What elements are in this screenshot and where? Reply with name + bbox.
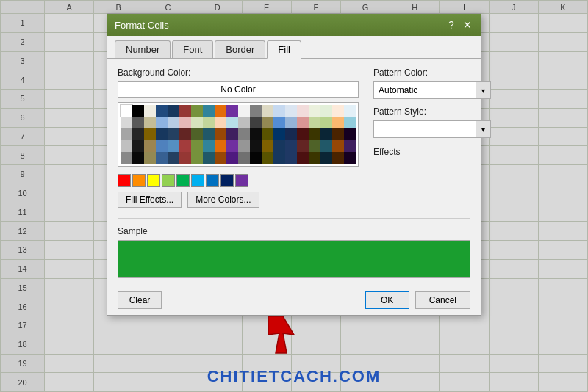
more-colors-button[interactable]: More Colors... xyxy=(187,192,259,208)
color-swatch[interactable] xyxy=(156,140,168,152)
tab-fill[interactable]: Fill xyxy=(267,40,301,59)
color-swatch[interactable] xyxy=(226,105,238,117)
color-swatch[interactable] xyxy=(168,105,179,117)
color-swatch[interactable] xyxy=(121,105,132,117)
color-swatch[interactable] xyxy=(156,152,168,164)
pattern-color-arrow[interactable]: ▾ xyxy=(476,82,490,98)
color-swatch[interactable] xyxy=(215,128,226,140)
color-swatch[interactable] xyxy=(273,152,285,164)
color-swatch[interactable] xyxy=(309,117,320,128)
color-swatch[interactable] xyxy=(121,128,132,140)
color-swatch[interactable] xyxy=(285,152,297,164)
color-swatch[interactable] xyxy=(344,128,356,140)
color-swatch[interactable] xyxy=(121,140,132,152)
color-swatch[interactable] xyxy=(203,152,215,164)
color-swatch[interactable] xyxy=(273,105,285,117)
color-swatch[interactable] xyxy=(262,128,273,140)
color-swatch[interactable] xyxy=(144,128,156,140)
color-swatch[interactable] xyxy=(309,105,320,117)
bright-color-swatch[interactable] xyxy=(206,174,219,187)
color-swatch[interactable] xyxy=(285,117,297,128)
color-swatch[interactable] xyxy=(215,152,226,164)
color-swatch[interactable] xyxy=(179,128,191,140)
color-swatch[interactable] xyxy=(156,128,168,140)
color-swatch[interactable] xyxy=(238,152,250,164)
color-swatch[interactable] xyxy=(191,105,203,117)
color-swatch[interactable] xyxy=(309,140,320,152)
bright-color-swatch[interactable] xyxy=(132,174,146,187)
color-swatch[interactable] xyxy=(320,117,332,128)
color-swatch[interactable] xyxy=(285,128,297,140)
color-swatch[interactable] xyxy=(179,152,191,164)
color-swatch[interactable] xyxy=(297,152,309,164)
no-color-button[interactable]: No Color xyxy=(118,81,359,98)
color-swatch[interactable] xyxy=(297,105,309,117)
tab-border[interactable]: Border xyxy=(215,40,265,58)
color-swatch[interactable] xyxy=(262,140,273,152)
bright-color-swatch[interactable] xyxy=(118,174,131,187)
color-swatch[interactable] xyxy=(285,140,297,152)
color-swatch[interactable] xyxy=(121,117,132,128)
color-swatch[interactable] xyxy=(191,128,203,140)
tab-number[interactable]: Number xyxy=(115,40,171,58)
color-swatch[interactable] xyxy=(132,128,144,140)
color-swatch[interactable] xyxy=(332,152,344,164)
color-swatch[interactable] xyxy=(320,105,332,117)
color-swatch[interactable] xyxy=(344,105,356,117)
color-swatch[interactable] xyxy=(332,128,344,140)
color-swatch[interactable] xyxy=(262,105,273,117)
color-swatch[interactable] xyxy=(132,105,144,117)
fill-effects-button[interactable]: Fill Effects... xyxy=(118,192,182,208)
pattern-style-dropdown[interactable]: ▾ xyxy=(373,120,491,138)
color-swatch[interactable] xyxy=(168,140,179,152)
color-swatch[interactable] xyxy=(250,140,262,152)
color-swatch[interactable] xyxy=(273,140,285,152)
ok-button[interactable]: OK xyxy=(365,291,409,309)
color-swatch[interactable] xyxy=(250,128,262,140)
color-swatch[interactable] xyxy=(344,152,356,164)
color-swatch[interactable] xyxy=(191,140,203,152)
bright-color-swatch[interactable] xyxy=(235,174,248,187)
color-swatch[interactable] xyxy=(226,152,238,164)
color-swatch[interactable] xyxy=(285,105,297,117)
color-swatch[interactable] xyxy=(168,152,179,164)
color-swatch[interactable] xyxy=(179,140,191,152)
color-swatch[interactable] xyxy=(168,117,179,128)
color-swatch[interactable] xyxy=(273,128,285,140)
color-swatch[interactable] xyxy=(203,140,215,152)
color-swatch[interactable] xyxy=(203,117,215,128)
color-swatch[interactable] xyxy=(144,117,156,128)
color-swatch[interactable] xyxy=(309,128,320,140)
color-swatch[interactable] xyxy=(215,140,226,152)
color-swatch[interactable] xyxy=(156,105,168,117)
color-swatch[interactable] xyxy=(215,117,226,128)
color-swatch[interactable] xyxy=(179,117,191,128)
color-swatch[interactable] xyxy=(262,152,273,164)
color-swatch[interactable] xyxy=(191,152,203,164)
color-swatch[interactable] xyxy=(297,140,309,152)
color-swatch[interactable] xyxy=(273,117,285,128)
color-swatch[interactable] xyxy=(168,128,179,140)
color-swatch[interactable] xyxy=(121,152,132,164)
color-swatch[interactable] xyxy=(226,117,238,128)
color-swatch[interactable] xyxy=(332,117,344,128)
color-swatch[interactable] xyxy=(250,152,262,164)
color-swatch[interactable] xyxy=(179,105,191,117)
color-swatch[interactable] xyxy=(262,117,273,128)
color-swatch[interactable] xyxy=(144,105,156,117)
color-swatch[interactable] xyxy=(332,105,344,117)
color-swatch[interactable] xyxy=(309,152,320,164)
color-swatch[interactable] xyxy=(332,140,344,152)
clear-button[interactable]: Clear xyxy=(118,291,162,309)
color-swatch[interactable] xyxy=(297,128,309,140)
help-button[interactable]: ? xyxy=(445,19,457,31)
color-swatch[interactable] xyxy=(238,128,250,140)
color-swatch[interactable] xyxy=(238,105,250,117)
bright-color-swatch[interactable] xyxy=(147,174,160,187)
color-swatch[interactable] xyxy=(320,152,332,164)
color-swatch[interactable] xyxy=(132,117,144,128)
color-swatch[interactable] xyxy=(215,105,226,117)
tab-font[interactable]: Font xyxy=(172,40,213,58)
color-swatch[interactable] xyxy=(132,140,144,152)
color-swatch[interactable] xyxy=(297,117,309,128)
